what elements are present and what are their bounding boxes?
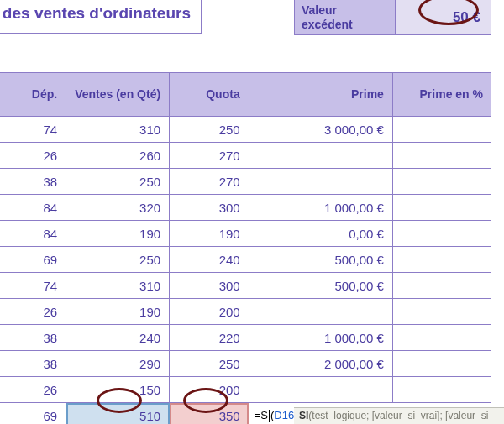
valeur-excedent-value[interactable]: 50 € bbox=[396, 0, 491, 34]
table-row: 26190200 bbox=[0, 299, 491, 325]
cell-prime[interactable] bbox=[249, 143, 392, 169]
cell-prime-pct[interactable] bbox=[392, 143, 491, 169]
cell-quota[interactable]: 250 bbox=[170, 117, 249, 143]
cell-ventes[interactable]: 310 bbox=[66, 117, 170, 143]
table-row: 382402201 000,00 € bbox=[0, 325, 491, 351]
cell-dep[interactable]: 74 bbox=[0, 273, 66, 299]
table-row: 743102503 000,00 € bbox=[0, 117, 491, 143]
table-row: 26260270 bbox=[0, 143, 491, 169]
col-ventes[interactable]: Ventes (en Qté) bbox=[66, 73, 170, 117]
cell-quota[interactable]: 250 bbox=[170, 351, 249, 377]
table-row: 69250240500,00 € bbox=[0, 247, 491, 273]
cell-ventes[interactable]: 260 bbox=[66, 143, 170, 169]
cell-ventes[interactable]: 190 bbox=[66, 299, 170, 325]
cell-dep[interactable]: 38 bbox=[0, 351, 66, 377]
cell-prime-pct[interactable] bbox=[392, 273, 491, 299]
valeur-excedent-label: Valeur excédent bbox=[295, 0, 396, 34]
formula-eq: =S bbox=[255, 409, 268, 421]
cell-quota[interactable]: 270 bbox=[170, 169, 249, 195]
text-caret bbox=[269, 410, 270, 422]
cell-quota[interactable]: 240 bbox=[170, 247, 249, 273]
cell-prime-pct[interactable] bbox=[392, 377, 491, 403]
col-dep[interactable]: Dép. bbox=[0, 73, 66, 117]
cell-prime-pct[interactable] bbox=[392, 299, 491, 325]
cell-quota-selected[interactable]: 350 bbox=[170, 403, 249, 425]
header-row: Dép. Ventes (en Qté) Quota Prime Prime e… bbox=[0, 73, 491, 117]
cell-prime[interactable]: 2 000,00 € bbox=[249, 351, 392, 377]
cell-ventes[interactable]: 240 bbox=[66, 325, 170, 351]
cell-quota[interactable]: 200 bbox=[170, 377, 249, 403]
cell-prime-pct[interactable] bbox=[392, 117, 491, 143]
sales-table: Dép. Ventes (en Qté) Quota Prime Prime e… bbox=[0, 72, 491, 424]
formula-hint: SI(test_logique; [valeur_si_vrai]; [vale… bbox=[294, 407, 504, 424]
title-text: des ventes d'ordinateurs bbox=[3, 4, 191, 23]
cell-quota[interactable]: 300 bbox=[170, 195, 249, 221]
table-row: 74310300500,00 € bbox=[0, 273, 491, 299]
formula-ref-d16: D16 bbox=[274, 409, 294, 421]
col-quota[interactable]: Quota bbox=[170, 73, 249, 117]
cell-dep[interactable]: 26 bbox=[0, 143, 66, 169]
cell-dep[interactable]: 84 bbox=[0, 195, 66, 221]
cell-prime[interactable]: 1 000,00 € bbox=[249, 195, 392, 221]
cell-ventes[interactable]: 190 bbox=[66, 221, 170, 247]
cell-prime[interactable]: 3 000,00 € bbox=[249, 117, 392, 143]
cell-prime-pct[interactable] bbox=[392, 195, 491, 221]
valeur-excedent-box: Valeur excédent 50 € bbox=[294, 0, 491, 35]
cell-prime[interactable] bbox=[249, 377, 392, 403]
cell-ventes[interactable]: 250 bbox=[66, 247, 170, 273]
cell-dep[interactable]: 26 bbox=[0, 299, 66, 325]
cell-dep[interactable]: 69 bbox=[0, 247, 66, 273]
cell-ventes-selected[interactable]: 510 bbox=[66, 403, 170, 425]
cell-quota[interactable]: 220 bbox=[170, 325, 249, 351]
hint-fn: SI bbox=[299, 410, 308, 421]
cell-quota[interactable]: 300 bbox=[170, 273, 249, 299]
cell-prime[interactable]: 500,00 € bbox=[249, 273, 392, 299]
cell-prime[interactable]: 1 000,00 € bbox=[249, 325, 392, 351]
page-title: des ventes d'ordinateurs bbox=[0, 0, 202, 34]
cell-prime[interactable]: 0,00 € bbox=[249, 221, 392, 247]
table-row: 26150200 bbox=[0, 377, 491, 403]
table-row: 38250270 bbox=[0, 169, 491, 195]
cell-prime-pct[interactable] bbox=[392, 247, 491, 273]
cell-prime-pct[interactable] bbox=[392, 325, 491, 351]
cell-dep[interactable]: 26 bbox=[0, 377, 66, 403]
cell-dep[interactable]: 69 bbox=[0, 403, 66, 425]
cell-prime-pct[interactable] bbox=[392, 169, 491, 195]
cell-ventes[interactable]: 310 bbox=[66, 273, 170, 299]
cell-quota[interactable]: 200 bbox=[170, 299, 249, 325]
cell-prime-pct[interactable] bbox=[392, 221, 491, 247]
cell-ventes[interactable]: 290 bbox=[66, 351, 170, 377]
cell-ventes[interactable]: 150 bbox=[66, 377, 170, 403]
cell-prime-pct[interactable] bbox=[392, 351, 491, 377]
cell-quota[interactable]: 270 bbox=[170, 143, 249, 169]
col-prime-pct[interactable]: Prime en % bbox=[392, 73, 491, 117]
cell-prime[interactable] bbox=[249, 299, 392, 325]
cell-prime[interactable]: 500,00 € bbox=[249, 247, 392, 273]
col-prime[interactable]: Prime bbox=[249, 73, 392, 117]
cell-quota[interactable]: 190 bbox=[170, 221, 249, 247]
cell-ventes[interactable]: 320 bbox=[66, 195, 170, 221]
table-row: 843203001 000,00 € bbox=[0, 195, 491, 221]
cell-dep[interactable]: 84 bbox=[0, 221, 66, 247]
cell-dep[interactable]: 74 bbox=[0, 117, 66, 143]
cell-dep[interactable]: 38 bbox=[0, 325, 66, 351]
cell-dep[interactable]: 38 bbox=[0, 169, 66, 195]
table-row: 841901900,00 € bbox=[0, 221, 491, 247]
cell-ventes[interactable]: 250 bbox=[66, 169, 170, 195]
hint-rest: (test_logique; [valeur_si_vrai]; [valeur… bbox=[308, 410, 488, 421]
table-row: 382902502 000,00 € bbox=[0, 351, 491, 377]
cell-prime[interactable] bbox=[249, 169, 392, 195]
